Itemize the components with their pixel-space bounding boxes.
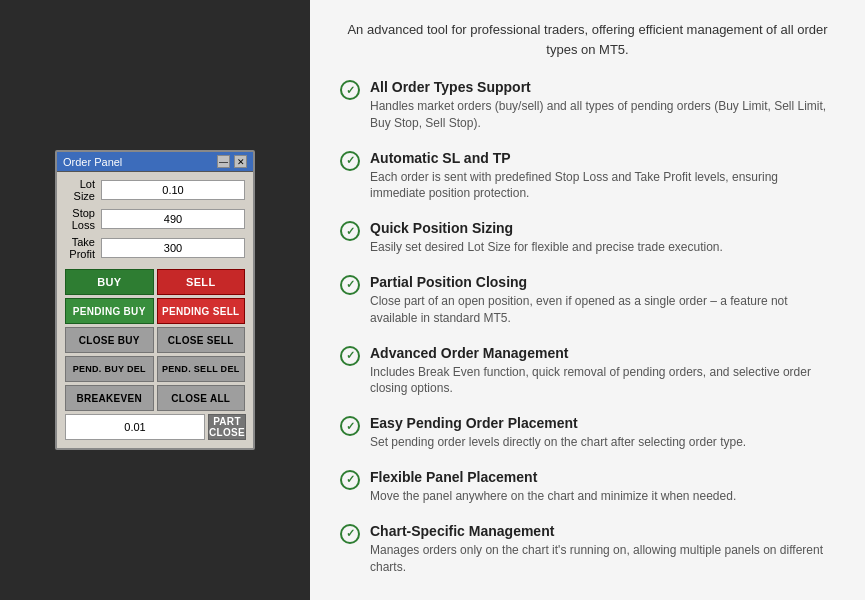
stop-loss-input[interactable] [101, 209, 245, 229]
feature-title: Easy Pending Order Placement [370, 415, 746, 431]
feature-title: Partial Position Closing [370, 274, 835, 290]
part-close-lot-input[interactable] [65, 414, 205, 440]
part-close-row: PART CLOSE [65, 414, 245, 440]
pending-buy-button[interactable]: PENDING BUY [65, 298, 154, 324]
order-panel-titlebar: Order Panel — ✕ [57, 152, 253, 172]
feature-title: Chart-Specific Management [370, 523, 835, 539]
left-panel: Order Panel — ✕ Lot Size Stop Loss Take … [0, 0, 310, 600]
pend-buy-del-button[interactable]: PEND. BUY DEL [65, 356, 154, 382]
right-panel: An advanced tool for professional trader… [310, 0, 865, 600]
feature-title: Flexible Panel Placement [370, 469, 736, 485]
order-panel: Order Panel — ✕ Lot Size Stop Loss Take … [55, 150, 255, 450]
feature-desc: Close part of an open position, even if … [370, 293, 835, 327]
sell-button[interactable]: SELL [157, 269, 246, 295]
feature-title: Quick Position Sizing [370, 220, 723, 236]
check-icon [340, 346, 360, 366]
part-close-button[interactable]: PART CLOSE [208, 414, 246, 440]
feature-item: Automatic SL and TPEach order is sent wi… [340, 150, 835, 203]
check-icon [340, 470, 360, 490]
feature-desc: Manages orders only on the chart it's ru… [370, 542, 835, 576]
feature-desc: Set pending order levels directly on the… [370, 434, 746, 451]
feature-content: Chart-Specific ManagementManages orders … [370, 523, 835, 576]
feature-title: Advanced Order Management [370, 345, 835, 361]
feature-item: Partial Position ClosingClose part of an… [340, 274, 835, 327]
title-controls: — ✕ [217, 155, 247, 168]
feature-content: Easy Pending Order PlacementSet pending … [370, 415, 746, 451]
form-section: Lot Size Stop Loss Take Profit [57, 172, 253, 269]
feature-item: All Order Types SupportHandles market or… [340, 79, 835, 132]
stop-loss-row: Stop Loss [65, 207, 245, 231]
lot-size-label: Lot Size [65, 178, 101, 202]
feature-desc: Handles market orders (buy/sell) and all… [370, 98, 835, 132]
pending-sell-button[interactable]: PENDING SELL [157, 298, 246, 324]
feature-content: Quick Position SizingEasily set desired … [370, 220, 723, 256]
feature-item: Flexible Panel PlacementMove the panel a… [340, 469, 835, 505]
feature-content: Automatic SL and TPEach order is sent wi… [370, 150, 835, 203]
lot-size-row: Lot Size [65, 178, 245, 202]
feature-item: Easy Pending Order PlacementSet pending … [340, 415, 835, 451]
features-list: All Order Types SupportHandles market or… [340, 79, 835, 575]
feature-item: Chart-Specific ManagementManages orders … [340, 523, 835, 576]
breakeven-button[interactable]: BREAKEVEN [65, 385, 154, 411]
buy-sell-row: BUY SELL [65, 269, 245, 295]
feature-title: All Order Types Support [370, 79, 835, 95]
feature-desc: Includes Break Even function, quick remo… [370, 364, 835, 398]
buttons-section: BUY SELL PENDING BUY PENDING SELL CLOSE … [57, 269, 253, 440]
feature-desc: Each order is sent with predefined Stop … [370, 169, 835, 203]
check-icon [340, 221, 360, 241]
pend-sell-del-button[interactable]: PEND. SELL DEL [157, 356, 246, 382]
feature-item: Quick Position SizingEasily set desired … [340, 220, 835, 256]
breakeven-closeall-row: BREAKEVEN CLOSE ALL [65, 385, 245, 411]
close-all-button[interactable]: CLOSE ALL [157, 385, 246, 411]
feature-title: Automatic SL and TP [370, 150, 835, 166]
close-buy-button[interactable]: CLOSE BUY [65, 327, 154, 353]
check-icon [340, 80, 360, 100]
feature-content: Advanced Order ManagementIncludes Break … [370, 345, 835, 398]
buy-button[interactable]: BUY [65, 269, 154, 295]
feature-content: Partial Position ClosingClose part of an… [370, 274, 835, 327]
check-icon [340, 524, 360, 544]
take-profit-label: Take Profit [65, 236, 101, 260]
feature-content: All Order Types SupportHandles market or… [370, 79, 835, 132]
take-profit-input[interactable] [101, 238, 245, 258]
feature-item: Advanced Order ManagementIncludes Break … [340, 345, 835, 398]
feature-desc: Move the panel anywhere on the chart and… [370, 488, 736, 505]
close-row: CLOSE BUY CLOSE SELL [65, 327, 245, 353]
pending-row: PENDING BUY PENDING SELL [65, 298, 245, 324]
take-profit-row: Take Profit [65, 236, 245, 260]
lot-size-input[interactable] [101, 180, 245, 200]
check-icon [340, 151, 360, 171]
pend-del-row: PEND. BUY DEL PEND. SELL DEL [65, 356, 245, 382]
panel-title: Order Panel [63, 156, 122, 168]
stop-loss-label: Stop Loss [65, 207, 101, 231]
feature-content: Flexible Panel PlacementMove the panel a… [370, 469, 736, 505]
close-sell-button[interactable]: CLOSE SELL [157, 327, 246, 353]
check-icon [340, 275, 360, 295]
check-icon [340, 416, 360, 436]
intro-text: An advanced tool for professional trader… [340, 20, 835, 59]
feature-desc: Easily set desired Lot Size for flexible… [370, 239, 723, 256]
close-panel-button[interactable]: ✕ [234, 155, 247, 168]
minimize-button[interactable]: — [217, 155, 230, 168]
